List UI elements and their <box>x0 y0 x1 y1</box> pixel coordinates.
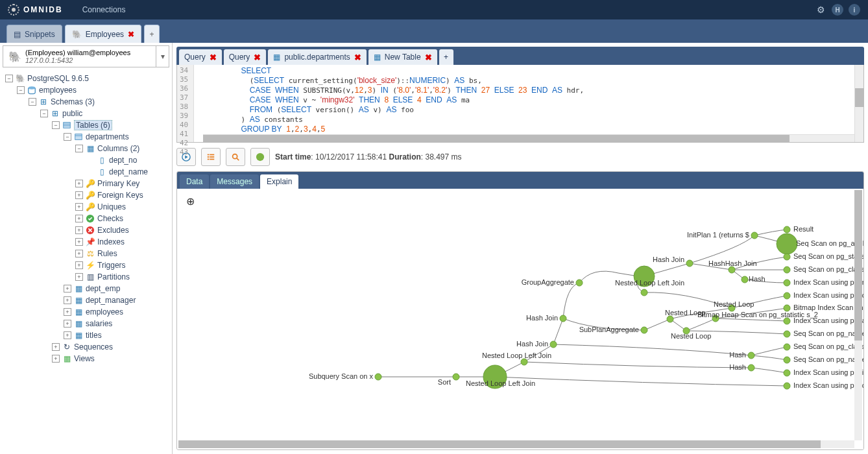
tree-node-pk[interactable]: +🔑Primary Key <box>75 178 172 189</box>
tab-query-1[interactable]: Query✖ <box>179 49 222 65</box>
logo-icon <box>8 4 19 16</box>
svg-rect-14 <box>210 159 214 160</box>
tree-node-public[interactable]: −⊞public <box>40 108 172 119</box>
plan-node-nllj3[interactable]: Nested Loop Left Join <box>615 266 684 287</box>
format-button[interactable] <box>201 148 221 166</box>
close-icon[interactable]: ✖ <box>210 53 217 62</box>
svg-point-30 <box>576 280 583 286</box>
search-button[interactable] <box>226 148 245 166</box>
user-icon[interactable]: H <box>832 4 843 16</box>
info-icon[interactable]: i <box>849 4 860 16</box>
plan-node-ll11[interactable]: Index Scan using pg_index_indrelid_index… <box>784 368 863 376</box>
tree-node-partitions[interactable]: +▥Partitions <box>75 271 172 283</box>
plan-node-hj3[interactable]: Hash Join <box>653 256 693 267</box>
add-tab-button[interactable]: + <box>144 25 160 43</box>
tree-node-triggers[interactable]: +⚡Triggers <box>75 259 172 271</box>
tab-snippets[interactable]: ▤ Snippets <box>6 25 62 43</box>
tab-new-table[interactable]: ▦New Table✖ <box>368 49 437 65</box>
tab-employees[interactable]: 🐘 Employees ✖ <box>65 25 141 43</box>
plan-node-ll4[interactable]: Index Scan using pg_namespace_oid_index … <box>784 278 863 286</box>
plan-node-nllj1[interactable]: Nested Loop Left Join <box>482 352 551 365</box>
svg-point-41 <box>686 260 693 267</box>
tree-node-dept-emp[interactable]: +▦dept_emp <box>64 283 172 294</box>
tab-departments[interactable]: ▦public.departments✖ <box>268 49 366 65</box>
svg-point-69 <box>784 331 790 337</box>
plan-node-hash2[interactable]: Hash <box>729 351 754 359</box>
tree-node-sequences[interactable]: +↻Sequences <box>52 341 172 353</box>
result-tab-data[interactable]: Data <box>180 174 209 189</box>
connections-link[interactable]: Connections <box>82 5 126 14</box>
tree-node-dept-manager[interactable]: +▦dept_manager <box>64 294 172 306</box>
close-icon[interactable]: ✖ <box>425 53 432 62</box>
svg-text:Subquery Scan on x: Subquery Scan on x <box>309 372 374 380</box>
tree-node-employees[interactable]: +▦employees <box>64 306 172 318</box>
plan-node-ll2[interactable]: Seq Scan on pg_statistic s_1 <box>784 252 863 260</box>
close-icon[interactable]: ✖ <box>128 30 134 39</box>
svg-text:Hash: Hash <box>729 351 746 359</box>
close-icon[interactable]: ✖ <box>254 53 261 62</box>
plan-node-ll5[interactable]: Index Scan using pg_class_relname_nsp_in… <box>784 291 863 299</box>
close-icon[interactable]: ✖ <box>354 53 361 62</box>
tree-node-server[interactable]: −🐘PostgreSQL 9.6.5 <box>5 73 172 84</box>
add-inner-tab[interactable]: + <box>439 49 453 65</box>
editor-vscroll[interactable] <box>854 65 863 142</box>
tab-query-2[interactable]: Query✖ <box>224 49 267 65</box>
tree-node-columns[interactable]: −▦Columns (2) <box>75 143 172 154</box>
plan-node-hash4[interactable]: Hash <box>741 275 766 283</box>
svg-point-28 <box>560 315 566 322</box>
tree-node-fk[interactable]: +🔑Foreign Keys <box>75 189 172 201</box>
app-name: OMNIDB <box>23 5 63 14</box>
plan-node-ll7[interactable]: Index Scan using pg_attribute_relid_attn… <box>784 317 863 324</box>
tree-node-checks[interactable]: +Checks <box>75 213 172 224</box>
sql-editor[interactable]: 34353637383940414243 SELECT (SELECT curr… <box>176 65 864 143</box>
explain-button[interactable] <box>250 148 270 166</box>
plan-node-ip[interactable]: InitPlan 1 (returns $ <box>687 231 758 239</box>
svg-point-51 <box>777 233 797 254</box>
svg-text:Seq Scan on pg_attribute a: Seq Scan on pg_attribute a <box>796 239 863 247</box>
svg-point-55 <box>784 267 790 273</box>
tree-node-salaries[interactable]: +▦salaries <box>64 318 172 329</box>
plan-node-ga[interactable]: GroupAggregate <box>522 278 583 286</box>
tree-node-excludes[interactable]: +Excludes <box>75 224 172 236</box>
plan-node-sa[interactable]: SubPlanAggregate <box>579 326 647 333</box>
connection-selector[interactable]: 🐘 (Employees) william@employees 127.0.0.… <box>3 45 169 67</box>
tree-node-views[interactable]: +▦Views <box>52 353 172 364</box>
plan-node-ll8[interactable]: Seq Scan on pg_namespace n_1 <box>784 329 863 337</box>
plan-node-nl2[interactable]: Nested Loop <box>671 328 711 340</box>
tree-node-tables[interactable]: −Tables (6) <box>52 119 172 131</box>
gear-icon[interactable]: ⚙ <box>815 4 826 16</box>
plan-node-hj2[interactable]: Hash Join <box>526 314 566 322</box>
plan-node-hash1[interactable] <box>641 289 647 296</box>
plan-node-sort[interactable]: Sort <box>438 374 459 386</box>
result-tab-messages[interactable]: Messages <box>210 174 259 189</box>
tree-node-rules[interactable]: +⚖Rules <box>75 248 172 259</box>
editor-hscroll[interactable] <box>203 134 854 142</box>
tree-node-uniques[interactable]: +🔑Uniques <box>75 201 172 213</box>
tree-node-titles[interactable]: +▦titles <box>64 329 172 341</box>
tree-node-indexes[interactable]: +📌Indexes <box>75 236 172 248</box>
plan-node-hj1[interactable]: Hash Join <box>516 340 557 348</box>
plan-node-ll12[interactable]: Index Scan using pg_class_oid_index on p… <box>784 381 863 389</box>
svg-point-0 <box>29 86 36 89</box>
plan-node-res[interactable]: Result <box>784 225 814 233</box>
plan-node-ll3[interactable]: Seq Scan on pg_class c <box>784 265 863 273</box>
plan-node-ll9[interactable]: Seq Scan on pg_class cc <box>784 342 863 350</box>
tree-node-departments[interactable]: −departments <box>64 131 172 143</box>
plan-vscroll[interactable] <box>854 190 862 440</box>
plan-node-hj4[interactable]: HashHash Join <box>708 259 757 273</box>
plan-node-hash3[interactable]: Hash <box>729 363 754 371</box>
plan-node-subq[interactable]: Subquery Scan on x <box>309 372 381 380</box>
tree-node-col2[interactable]: ▯dept_name <box>87 166 172 178</box>
result-tab-explain[interactable]: Explain <box>260 174 298 189</box>
db-tree: −🐘PostgreSQL 9.6.5 −employees −⊞Schemas … <box>0 70 172 367</box>
tree-node-db[interactable]: −employees <box>17 84 172 96</box>
plan-hscroll[interactable] <box>178 440 854 448</box>
plan-node-ll1[interactable]: Seq Scan on pg_attribute a <box>777 233 863 254</box>
chevron-down-icon[interactable]: ▾ <box>156 46 169 67</box>
tree-node-schemas[interactable]: −⊞Schemas (3) <box>29 96 172 108</box>
plan-node-ll10[interactable]: Seq Scan on pg_namespace nn <box>784 355 863 363</box>
explain-plan-canvas[interactable]: ⊕ Subquery Scan on xSortNested Loop Left… <box>177 189 863 449</box>
tree-node-col1[interactable]: ▯dept_no <box>87 154 172 166</box>
connection-host: 127.0.0.1:5432 <box>25 56 163 64</box>
code-area[interactable]: SELECT (SELECT current_setting('block_si… <box>194 65 863 142</box>
